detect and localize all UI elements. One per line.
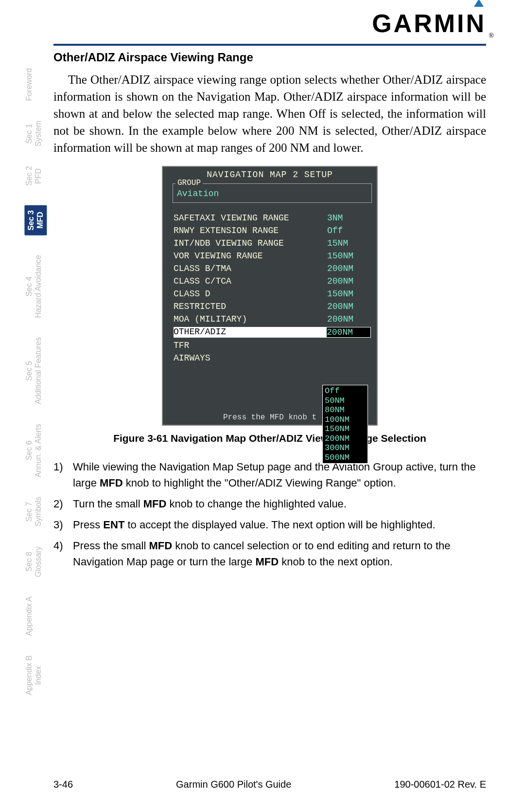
dropdown-option[interactable]: 500NM: [325, 453, 366, 463]
setting-row: CLASS C/TCA200NM: [174, 275, 371, 288]
dropdown-option[interactable]: 200NM: [325, 434, 366, 444]
dropdown-option[interactable]: 50NM: [325, 396, 366, 406]
step-4: 4) Press the small MFD knob to cancel se…: [53, 538, 486, 570]
dropdown-option[interactable]: 150NM: [325, 424, 366, 434]
header-rule: [53, 44, 486, 46]
setting-row: RESTRICTED200NM: [174, 300, 371, 313]
figure-container: NAVIGATION MAP 2 SETUP GROUP Aviation SA…: [53, 166, 486, 426]
side-tabs: Foreword Sec 1System Sec 2PFD Sec 3MFD S…: [24, 68, 49, 715]
setting-row: TFR: [174, 339, 371, 352]
step-2: 2) Turn the small MFD knob to change the…: [53, 496, 486, 512]
range-dropdown[interactable]: Off 50NM 80NM 100NM 150NM 200NM 300NM 50…: [322, 385, 368, 464]
tab-sec7[interactable]: Sec 7Symbols: [24, 497, 43, 526]
steps-list: 1) While viewing the Navigation Map Setu…: [53, 459, 486, 570]
body-paragraph: The Other/ADIZ airspace viewing range op…: [53, 71, 486, 156]
doc-title: Garmin G600 Pilot's Guide: [176, 779, 291, 790]
dropdown-option[interactable]: Off: [325, 386, 366, 396]
setting-row: CLASS B/TMA200NM: [174, 262, 371, 275]
tab-sec4[interactable]: Sec 4Hazard Avoidance: [24, 255, 43, 318]
tab-sec6[interactable]: Sec 6Annun. & Alerts: [24, 424, 43, 477]
page-number: 3-46: [53, 779, 73, 790]
setting-row-highlighted: OTHER/ADIZ200NM: [174, 325, 371, 339]
setting-row: VOR VIEWING RANGE150NM: [174, 250, 371, 262]
garmin-logo: GARMIN: [372, 9, 486, 38]
section-heading: Other/ADIZ Airspace Viewing Range: [53, 51, 486, 64]
dropdown-option[interactable]: 300NM: [325, 443, 366, 453]
registered-mark: ®: [489, 32, 494, 40]
tab-appendix-b[interactable]: Appendix BIndex: [24, 655, 43, 695]
page-footer: 3-46 Garmin G600 Pilot's Guide 190-00601…: [53, 779, 486, 790]
figure-caption: Figure 3-61 Navigation Map Other/ADIZ Vi…: [53, 433, 486, 444]
mfd-screenshot: NAVIGATION MAP 2 SETUP GROUP Aviation SA…: [162, 166, 378, 426]
tab-sec3[interactable]: Sec 3MFD: [24, 205, 47, 235]
doc-revision: 190-00601-02 Rev. E: [394, 779, 486, 790]
setting-row: SAFETAXI VIEWING RANGE3NM: [174, 212, 371, 224]
tab-foreword[interactable]: Foreword: [24, 68, 34, 101]
tab-sec2[interactable]: Sec 2PFD: [24, 166, 43, 186]
tab-sec5[interactable]: Sec 5Additional Features: [24, 337, 43, 404]
dropdown-option[interactable]: 80NM: [325, 405, 366, 415]
dropdown-option[interactable]: 100NM: [325, 415, 366, 425]
setting-row: INT/NDB VIEWING RANGE15NM: [174, 237, 371, 250]
setting-row: CLASS D150NM: [174, 288, 371, 300]
step-3: 3) Press ENT to accept the displayed val…: [53, 517, 486, 533]
tab-sec1[interactable]: Sec 1System: [24, 121, 43, 146]
setting-row: AIRWAYS: [174, 352, 371, 364]
tab-sec8[interactable]: Sec 8Glossary: [24, 546, 43, 577]
setting-row: RNWY EXTENSION RANGEOff: [174, 224, 371, 237]
group-label: GROUP: [175, 179, 203, 187]
tab-appendix-a[interactable]: Appendix A: [24, 596, 34, 636]
garmin-logo-triangle: [474, 0, 484, 7]
setting-row: MOA (MILITARY)200NM: [174, 313, 371, 325]
step-1: 1) While viewing the Navigation Map Setu…: [53, 459, 486, 491]
settings-list: SAFETAXI VIEWING RANGE3NM RNWY EXTENSION…: [174, 212, 371, 364]
